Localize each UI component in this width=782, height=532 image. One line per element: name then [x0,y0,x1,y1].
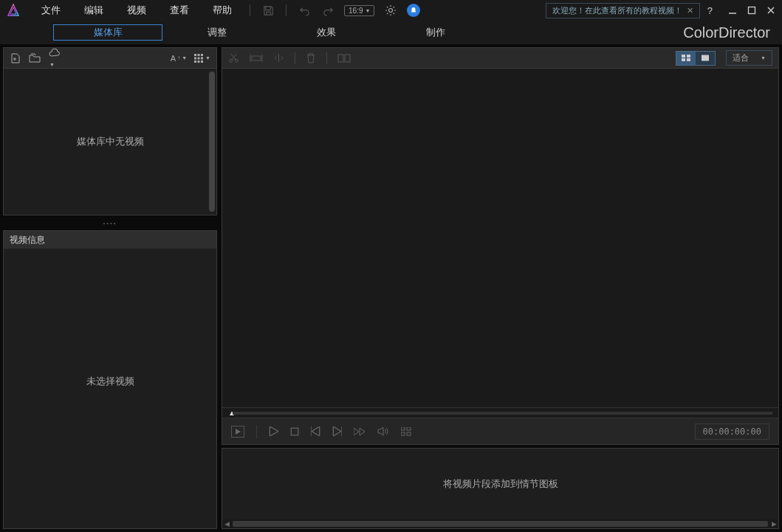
stop-icon[interactable] [290,427,299,436]
title-bar: 文件 编辑 视频 查看 帮助 16:9▼ 欢迎您！在此查看所有的教程视频！ ✕ … [0,0,782,21]
brand-label: ColorDirector [683,24,770,41]
svg-rect-12 [201,57,203,59]
menu-video[interactable]: 视频 [117,1,157,19]
tab-adjust[interactable]: 调整 [162,24,272,41]
aspect-ratio-selector[interactable]: 16:9▼ [344,5,374,16]
tab-library[interactable]: 媒体库 [53,24,162,41]
separator [256,425,257,438]
svg-rect-24 [338,55,343,62]
svg-rect-15 [201,61,203,63]
split-icon [273,52,284,63]
next-frame-icon[interactable] [332,426,342,436]
menu-file[interactable]: 文件 [31,1,71,19]
svg-rect-9 [201,54,203,56]
zoom-fit-selector[interactable]: 适合▼ [726,50,772,66]
maximize-button[interactable] [747,5,757,15]
welcome-banner[interactable]: 欢迎您！在此查看所有的教程视频！ ✕ [546,3,700,18]
svg-rect-40 [401,427,405,430]
svg-point-2 [389,9,393,13]
play-icon[interactable] [269,426,278,436]
scroll-right-icon[interactable]: ▶ [769,519,778,528]
svg-rect-10 [194,57,196,59]
tab-produce[interactable]: 制作 [381,24,490,41]
snapshot-icon[interactable] [401,427,411,436]
svg-rect-20 [252,56,261,61]
fast-forward-icon[interactable] [354,427,366,436]
welcome-text: 欢迎您！在此查看所有的教程视频！ [552,5,682,16]
svg-marker-38 [354,428,359,435]
fit-label: 适合 [733,52,749,63]
library-scrollbar[interactable] [209,72,215,212]
svg-rect-42 [401,432,405,435]
volume-icon[interactable] [377,426,389,436]
redo-icon[interactable] [320,3,335,18]
svg-rect-41 [407,427,411,430]
svg-rect-11 [198,57,200,59]
timecode-display[interactable]: 00:00:00:00 [695,424,769,440]
scroll-left-icon[interactable]: ◀ [222,519,231,528]
import-folder-icon[interactable] [29,52,41,64]
storyboard-empty-text: 将视频片段添加到情节图板 [443,477,558,491]
svg-rect-25 [345,55,350,62]
tab-effect[interactable]: 效果 [272,24,381,41]
storyboard-body[interactable]: 将视频片段添加到情节图板 [222,449,778,519]
timeline-track[interactable] [233,412,772,415]
preview-panel: 适合▼ ▲ 00:00:00:00 [222,47,779,445]
separator [250,4,250,16]
import-file-icon[interactable] [10,52,21,64]
preview-toolbar: 适合▼ [222,48,778,69]
svg-marker-39 [360,428,365,435]
svg-marker-32 [270,426,278,436]
play-range-icon[interactable] [231,426,244,438]
svg-rect-33 [291,428,298,435]
notification-icon[interactable] [407,4,420,17]
app-logo [6,3,21,18]
minimize-button[interactable] [727,5,738,15]
timeline-bar[interactable]: ▲ [222,407,778,418]
svg-rect-27 [687,55,690,58]
video-info-empty-text: 未选择视频 [86,375,134,388]
svg-rect-14 [198,61,200,63]
main-tabs: 媒体库 调整 效果 制作 ColorDirector [0,21,782,44]
svg-rect-4 [749,7,755,14]
separator [286,4,287,16]
separator [295,52,295,64]
view-mode-icon[interactable]: ▼ [194,54,210,63]
sort-icon[interactable]: A↑▼ [171,54,187,63]
svg-rect-26 [682,55,685,58]
single-view-icon[interactable] [696,52,715,65]
close-button[interactable] [766,5,776,15]
video-info-header: 视频信息 [4,231,216,249]
video-info-body: 未选择视频 [4,249,216,514]
svg-rect-7 [194,54,196,56]
svg-rect-29 [687,58,690,61]
menu-view[interactable]: 查看 [160,1,199,19]
library-empty-text: 媒体库中无视频 [77,135,144,148]
welcome-close-icon[interactable]: ✕ [687,6,693,15]
svg-line-19 [231,54,236,60]
settings-icon[interactable] [383,3,398,18]
scroll-thumb[interactable] [233,521,768,527]
svg-rect-30 [702,55,709,61]
help-icon[interactable]: ? [707,5,713,16]
delete-icon [306,52,316,63]
menu-help[interactable]: 帮助 [202,1,242,19]
svg-line-18 [232,54,237,60]
panel-drag-handle[interactable]: •••• [3,220,217,226]
cut-icon [228,52,239,63]
library-toolbar: ▼ A↑▼ ▼ [4,48,216,69]
prev-frame-icon[interactable] [311,426,320,436]
grid-view-icon[interactable] [676,52,696,65]
preview-viewport [222,69,778,407]
view-mode-buttons [676,51,716,66]
svg-rect-13 [194,61,196,63]
svg-rect-28 [682,58,685,61]
undo-icon[interactable] [297,3,312,18]
storyboard-scrollbar[interactable]: ◀ ▶ [222,519,778,528]
save-icon[interactable] [261,3,275,18]
library-body: 媒体库中无视频 [4,69,216,215]
svg-marker-34 [312,426,319,436]
menu-edit[interactable]: 编辑 [74,1,114,19]
storyboard-panel: 将视频片段添加到情节图板 ◀ ▶ [222,448,779,529]
cloud-icon[interactable]: ▼ [48,48,61,69]
